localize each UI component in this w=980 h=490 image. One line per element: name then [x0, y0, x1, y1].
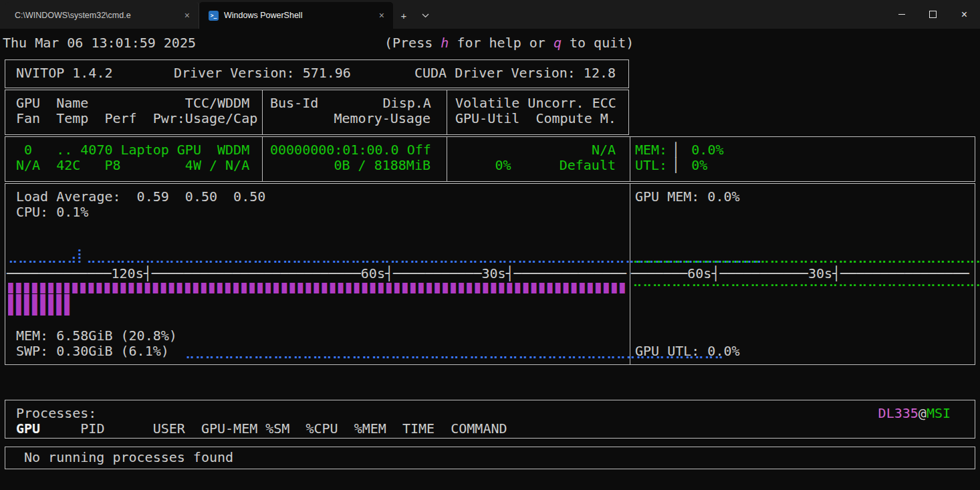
mem-usage-text: MEM: 6.58GiB (20.8%)	[16, 328, 177, 344]
gpu-util-value: 0% Default	[455, 158, 616, 173]
gpu-mem-text: GPU MEM: 0.0%	[635, 189, 740, 205]
column-divider	[447, 137, 447, 181]
tab-cmd-label: C:\WINDOWS\system32\cmd.e	[15, 11, 176, 20]
close-tab-icon[interactable]: ×	[376, 10, 388, 21]
gpu-header-box: GPU Name TCC/WDDM Fan Temp Perf Pwr:Usag…	[5, 90, 629, 135]
terminal-window: C:\WINDOWS\system32\cmd.e × >_ Windows P…	[0, 0, 980, 490]
driver-version: Driver Version: 571.96	[174, 66, 351, 81]
column-divider	[262, 137, 263, 181]
gpu-utl-history-graph: ⠉⠉⠉⠉⠉⠉⠉⠉⠉⠉⠉⠉⠉⠉⠉⠉⠉⠉⠉⠉⠉⠉⠉⠉⠉⠉⠉⠉⠉⠉⠉⠉⠉⠉⠉⠉⠉⠉⠉⠉…	[632, 283, 980, 298]
nvitop-version: NVITOP 1.4.2	[16, 66, 113, 81]
monitor-panel-box: Load Average: 0.59 0.50 0.50 CPU: 0.1% ⣀…	[5, 183, 975, 365]
mem-history-graph-row: ▋▋▋▋▋▋▋▋▋▋▋▋▋▋▋▋▋▋▋▋▋▋▋▋▋▋▋▋▋▋▋▋▋▋▋▋▋▋▋▋…	[8, 283, 628, 293]
cpu-usage-text: CPU: 0.1%	[16, 205, 88, 220]
minimize-button[interactable]	[886, 0, 917, 29]
time-axis-right: ───────60s┤───────────30s┤──────────────…	[631, 266, 969, 281]
load-average-text: Load Average: 0.59 0.50 0.50	[16, 189, 265, 205]
help-hint: (Press h for help or q to quit)	[384, 35, 634, 51]
help-post: to quit)	[562, 35, 634, 51]
new-tab-button[interactable]: +	[393, 2, 414, 29]
powershell-icon: >_	[209, 11, 219, 21]
host-machine: MSI	[927, 405, 951, 421]
nvitop-info-box: NVITOP 1.4.2 Driver Version: 571.96 CUDA…	[5, 59, 629, 88]
close-tab-icon[interactable]: ×	[181, 10, 193, 21]
processes-box: Processes: DL335@MSI GPU PID USER GPU-ME…	[5, 400, 975, 439]
help-key-h: h	[441, 35, 449, 51]
host-label: DL335@MSI	[878, 406, 951, 421]
gpu-header-name: GPU Name TCC/WDDM	[16, 96, 249, 111]
mem-history-graph-row: ▋▋▋▋▋▋▋▋	[8, 294, 72, 305]
gpu-header-busid: Bus-Id Disp.A	[270, 96, 431, 111]
window-titlebar: C:\WINDOWS\system32\cmd.e × >_ Windows P…	[0, 0, 980, 29]
gpu-fan-temp-value: N/A 42C P8 4W / N/A	[16, 158, 249, 173]
gpu-row-box: 0 .. 4070 Laptop GPU WDDM N/A 42C P8 4W …	[5, 136, 975, 182]
tab-powershell-label: Windows PowerShell	[224, 11, 370, 20]
gpu-utl-gauge: UTL: ▏ 0%	[635, 158, 707, 173]
titlebar-drag-region[interactable]	[436, 0, 886, 29]
gpu-utl-text: GPU UTL: 0.0%	[635, 344, 740, 359]
maximize-icon	[929, 11, 937, 18]
gpu-memory-value: 0B / 8188MiB	[270, 158, 431, 173]
processes-title: Processes:	[16, 406, 96, 421]
time-axis-left: ─────────────120s┤──────────────────────…	[7, 266, 626, 281]
help-key-q: q	[554, 35, 562, 51]
clock-text: Thu Mar 06 13:01:59 2025	[3, 35, 196, 51]
gauge-bar-icon: ▏	[675, 157, 683, 173]
gpu-ecc-value: N/A	[455, 142, 616, 158]
no-processes-message: No running processes found	[24, 450, 233, 465]
column-divider	[447, 90, 447, 134]
gpu-header-memory: Memory-Usage	[270, 111, 431, 126]
gpu-utl-gauge-label: UTL:	[635, 157, 675, 173]
processes-header-gpu: GPU	[16, 420, 40, 437]
help-pre: (Press	[384, 35, 441, 51]
processes-column-header: GPU PID USER GPU-MEM %SM %CPU %MEM TIME …	[16, 421, 507, 437]
panel-divider	[630, 184, 630, 364]
column-divider	[262, 90, 263, 134]
no-processes-box: No running processes found	[5, 447, 975, 469]
maximize-button[interactable]	[917, 0, 949, 29]
tab-cmd[interactable]: C:\WINDOWS\system32\cmd.e ×	[5, 2, 199, 29]
gpu-mem-gauge: MEM: ▏ 0.0%	[635, 142, 723, 158]
processes-header-rest: PID USER GPU-MEM %SM %CPU %MEM TIME COMM…	[40, 420, 507, 437]
gpu-utl-gauge-value: 0%	[683, 157, 707, 173]
window-controls: ×	[886, 0, 980, 29]
gpu-busid-value: 00000000:01:00.0 Off	[270, 142, 431, 158]
mem-history-graph-row: ▋▋▋▋▋▋▋▋	[8, 305, 72, 316]
tab-dropdown-button[interactable]	[414, 2, 436, 29]
column-divider	[630, 137, 630, 181]
gpu-mem-history-graph: ⣀⣀⣀⣀⣀⣀⣀⣀⣀⣀⣀⣀⣀⣀⣀⣀⣀⣀⣀⣀⣀⣀⣀⣀⣀⣀⣀⣀⣀⣀⣀⣀⣀⣀⣀⣀⣀⣀⣀⣀…	[632, 248, 980, 263]
help-mid: for help or	[449, 35, 554, 51]
host-user: DL335	[878, 405, 918, 421]
close-window-button[interactable]: ×	[949, 0, 980, 29]
gauge-bar-icon: ▏	[675, 142, 683, 158]
gpu-mem-gauge-label: MEM:	[635, 142, 675, 158]
minimize-icon	[898, 14, 905, 15]
host-at: @	[918, 405, 927, 421]
gpu-header-util: GPU-Util Compute M.	[455, 111, 616, 126]
gpu-mem-gauge-value: 0.0%	[683, 142, 723, 158]
tab-powershell[interactable]: >_ Windows PowerShell ×	[199, 2, 393, 29]
cuda-version: CUDA Driver Version: 12.8	[414, 66, 616, 81]
swp-usage-text: SWP: 0.30GiB (6.1%)	[16, 343, 169, 359]
gpu-header-fan: Fan Temp Perf Pwr:Usage/Cap	[16, 111, 257, 126]
swp-usage-line: SWP: 0.30GiB (6.1%) ⣀⣀⣀⣀⣀⣀⣀⣀⣀⣀⣀⣀⣀⣀⣀⣀⣀⣀⣀⣀…	[16, 344, 724, 359]
chevron-down-icon	[422, 13, 429, 18]
gpu-name-value: 0 .. 4070 Laptop GPU WDDM	[16, 142, 249, 158]
terminal-screen[interactable]: Thu Mar 06 13:01:59 2025 (Press h for he…	[0, 29, 980, 490]
gpu-header-ecc: Volatile Uncorr. ECC	[455, 96, 616, 111]
